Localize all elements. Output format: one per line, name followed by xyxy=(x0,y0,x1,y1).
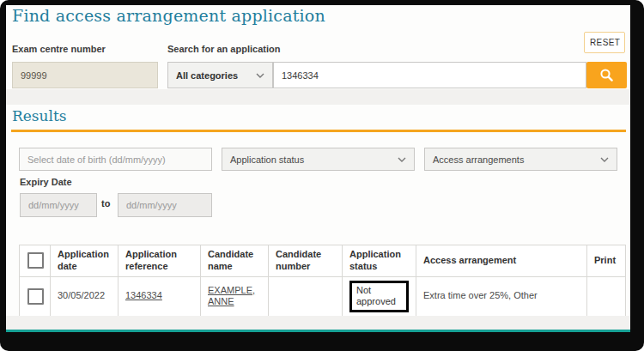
chevron-down-icon xyxy=(256,73,264,78)
header-print: Print xyxy=(587,245,626,277)
expiry-date-from-input[interactable] xyxy=(20,193,97,217)
exam-centre-number-input[interactable] xyxy=(12,62,158,88)
header-access-arrangement: Access arrangement xyxy=(416,245,587,277)
orange-divider xyxy=(11,130,626,132)
category-select[interactable]: All categories xyxy=(167,62,273,88)
cell-application-date: 30/05/2022 xyxy=(51,276,118,317)
search-query-input[interactable] xyxy=(273,62,586,88)
expiry-date-label: Expiry Date xyxy=(20,177,72,187)
results-heading: Results xyxy=(12,107,67,124)
status-badge: Not approved xyxy=(349,281,409,313)
table-row: 30/05/2022 1346334 EXAMPLE, ANNE Not app… xyxy=(20,276,626,317)
access-arrangements-select[interactable]: Access arrangements xyxy=(424,148,617,171)
application-status-placeholder: Application status xyxy=(230,154,304,165)
chevron-down-icon xyxy=(398,157,406,162)
teal-bottom-rule xyxy=(6,330,630,332)
category-selected-value: All categories xyxy=(176,70,238,81)
header-application-status: Application status xyxy=(343,245,416,277)
search-application-label: Search for an application xyxy=(167,44,280,54)
search-button[interactable] xyxy=(586,62,627,88)
row-checkbox[interactable] xyxy=(27,288,44,305)
header-candidate-number: Candidate number xyxy=(269,245,343,277)
expiry-to-label: to xyxy=(101,198,110,209)
header-candidate-name: Candidate name xyxy=(201,245,269,277)
page-title: Find access arrangement application xyxy=(12,6,325,25)
date-of-birth-input[interactable] xyxy=(19,148,212,171)
select-all-checkbox[interactable] xyxy=(27,252,44,269)
cell-print xyxy=(587,276,626,317)
access-arrangements-placeholder: Access arrangements xyxy=(433,154,524,165)
reset-button[interactable]: RESET xyxy=(584,32,625,53)
chevron-down-icon xyxy=(600,157,609,162)
page-content: Find access arrangement application Exam… xyxy=(6,5,630,332)
header-application-reference: Application reference xyxy=(118,245,201,277)
expiry-date-to-input[interactable] xyxy=(118,193,212,217)
app-window: Find access arrangement application Exam… xyxy=(0,0,644,351)
results-table: Application date Application reference C… xyxy=(19,245,626,317)
cell-candidate-number xyxy=(269,276,343,317)
section-divider-band xyxy=(6,89,630,105)
header-application-date: Application date xyxy=(51,245,118,277)
exam-centre-number-label: Exam centre number xyxy=(12,44,106,54)
table-header-row: Application date Application reference C… xyxy=(20,245,626,277)
application-reference-link[interactable]: 1346334 xyxy=(125,290,162,300)
cell-access-arrangement: Extra time over 25%, Other xyxy=(416,276,587,317)
application-status-select[interactable]: Application status xyxy=(222,148,415,171)
footer-band xyxy=(6,316,630,330)
search-icon xyxy=(599,68,614,82)
candidate-name-link[interactable]: EXAMPLE, ANNE xyxy=(208,285,255,307)
